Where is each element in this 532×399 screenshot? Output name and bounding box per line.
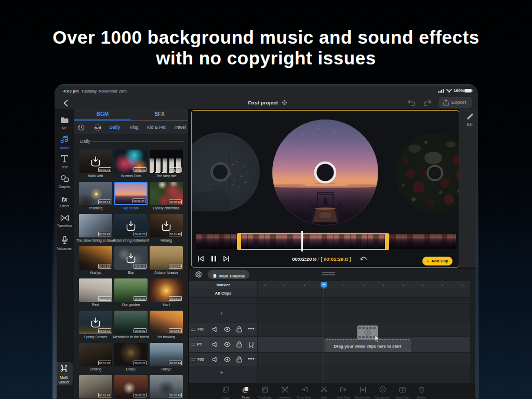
svg-text:NEW: NEW <box>95 126 101 129</box>
